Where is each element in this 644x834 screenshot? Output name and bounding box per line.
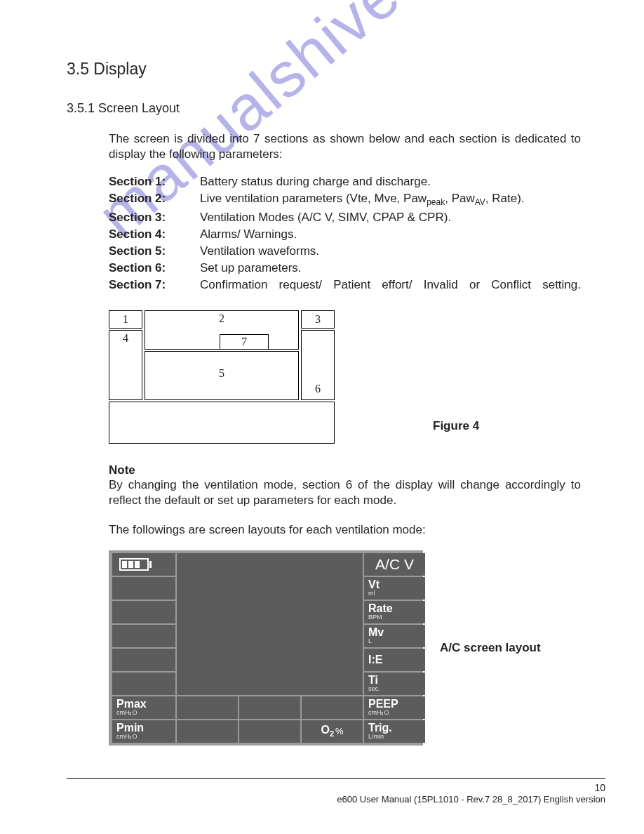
section-desc: Battery status during charge and dischar… bbox=[200, 175, 581, 189]
param-peep: PEEPcmH₂O bbox=[364, 696, 425, 719]
left-blank bbox=[112, 601, 175, 623]
waveform-area bbox=[177, 553, 363, 695]
heading-display: 3.5 Display bbox=[67, 60, 588, 79]
note-label: Note bbox=[109, 463, 581, 477]
footer-line: e600 User Manual (15PL1010 - Rev.7 28_8_… bbox=[67, 794, 605, 806]
note-text: By changing the ventilation mode, sectio… bbox=[109, 477, 581, 508]
left-blank bbox=[112, 673, 175, 695]
screenshot-label: A/C screen layout bbox=[440, 641, 541, 655]
section-label: Section 2: bbox=[109, 192, 200, 207]
section-label: Section 7: bbox=[109, 278, 200, 292]
left-blank bbox=[112, 649, 175, 671]
figure-caption: Figure 4 bbox=[433, 419, 479, 433]
section-definitions: Section 1:Battery status during charge a… bbox=[109, 175, 581, 291]
section-row: Section 6:Set up parameters. bbox=[109, 261, 581, 275]
section-desc: Live ventilation parameters (Vte, Mve, P… bbox=[200, 192, 581, 207]
battery-icon bbox=[119, 558, 171, 571]
section-row: Section 7:Confirmation request/ Patient … bbox=[109, 278, 581, 292]
section-label: Section 6: bbox=[109, 261, 200, 275]
screen-layout-diagram: 1 2 3 7 4 5 6 bbox=[109, 310, 335, 444]
device-screenshot: A/C V Vtml RateBPM MvL I:E Tisec. Pmaxcm… bbox=[109, 550, 423, 746]
diagram-outer bbox=[109, 402, 335, 444]
section-row: Section 5:Ventilation waveforms. bbox=[109, 244, 581, 258]
param-pmin: PmincmH₂O bbox=[112, 720, 175, 743]
section-desc: Ventilation Modes (A/C V, SIMV, CPAP & C… bbox=[200, 211, 581, 225]
param-ti: Tisec. bbox=[364, 673, 425, 695]
mode-cell: A/C V bbox=[364, 553, 425, 576]
intro-text: The screen is divided into 7 sections as… bbox=[109, 131, 581, 162]
section-row: Section 1:Battery status during charge a… bbox=[109, 175, 581, 189]
section-label: Section 5: bbox=[109, 244, 200, 258]
bottom-blank bbox=[177, 720, 238, 743]
lead-text-2: The followings are screen layouts for ea… bbox=[109, 522, 581, 538]
left-blank bbox=[112, 577, 175, 600]
bottom-blank bbox=[302, 696, 363, 719]
param-o2: O2% bbox=[302, 720, 363, 743]
section-desc: Alarms/ Warnings. bbox=[200, 227, 581, 241]
diagram-box-1: 1 bbox=[109, 310, 142, 329]
left-blank bbox=[112, 625, 175, 647]
section-desc: Ventilation waveforms. bbox=[200, 244, 581, 258]
page-number: 10 bbox=[67, 781, 605, 794]
param-vt: Vtml bbox=[364, 577, 425, 600]
param-trig: Trig.L/min bbox=[364, 720, 425, 743]
param-mv: MvL bbox=[364, 625, 425, 647]
section-desc: Set up parameters. bbox=[200, 261, 581, 275]
section-row: Section 4:Alarms/ Warnings. bbox=[109, 227, 581, 241]
section-label: Section 4: bbox=[109, 227, 200, 241]
param-ie: I:E bbox=[364, 649, 425, 671]
diagram-box-7: 7 bbox=[220, 334, 269, 350]
diagram-box-3: 3 bbox=[301, 310, 335, 329]
battery-cell bbox=[112, 553, 175, 576]
section-label: Section 1: bbox=[109, 175, 200, 189]
page-footer: 10 e600 User Manual (15PL1010 - Rev.7 28… bbox=[67, 778, 605, 806]
bottom-blank bbox=[177, 696, 238, 719]
param-pmax: PmaxcmH₂O bbox=[112, 696, 175, 719]
section-desc: Confirmation request/ Patient effort/ In… bbox=[200, 278, 581, 292]
param-rate: RateBPM bbox=[364, 601, 425, 623]
heading-screen-layout: 3.5.1 Screen Layout bbox=[67, 101, 588, 116]
bottom-blank bbox=[239, 720, 300, 743]
section-row: Section 3:Ventilation Modes (A/C V, SIMV… bbox=[109, 211, 581, 225]
page-content: 3.5 Display 3.5.1 Screen Layout The scre… bbox=[0, 0, 644, 832]
section-row: Section 2:Live ventilation parameters (V… bbox=[109, 192, 581, 207]
bottom-blank bbox=[239, 696, 300, 719]
diagram-box-5: 5 bbox=[145, 351, 299, 400]
section-label: Section 3: bbox=[109, 211, 200, 225]
diagram-box-6: 6 bbox=[301, 330, 335, 400]
diagram-box-4: 4 bbox=[109, 330, 142, 400]
